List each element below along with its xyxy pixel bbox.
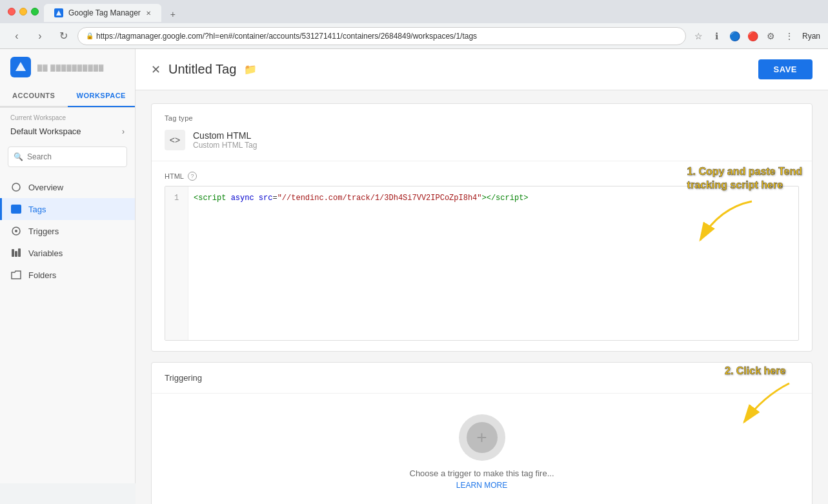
folders-label: Folders <box>28 270 56 280</box>
code-src-val: "//tendinc.com/track/1/3Dh4Si7VV2IPCoZpI… <box>278 194 482 203</box>
workspace-name-row[interactable]: Default Workspace › <box>10 124 125 139</box>
code-attr-async: async <box>231 194 254 203</box>
svg-marker-1 <box>15 62 26 71</box>
tag-type-row[interactable]: <> Custom HTML Custom HTML Tag <box>165 130 799 150</box>
learn-more-link[interactable]: LEARN MORE <box>456 481 507 490</box>
sidebar-item-overview[interactable]: Overview <box>0 176 135 198</box>
search-icon: 🔍 <box>14 152 23 161</box>
code-line-1: <script async src="//tendinc.com/track/1… <box>194 192 793 205</box>
user-name: Ryan <box>802 32 820 41</box>
info-icon[interactable]: ℹ <box>709 28 725 44</box>
extension-icon-3[interactable]: ⚙ <box>763 28 779 44</box>
sidebar: ▓▓ ▓▓▓▓▓▓▓▓▓▓ ACCOUNTS WORKSPACE Current… <box>0 49 136 483</box>
tag-body: Tag type <> Custom HTML Custom HTML Tag <box>136 90 828 504</box>
close-button[interactable]: ✕ <box>151 63 161 77</box>
menu-icon[interactable]: ⋮ <box>782 28 797 44</box>
address-bar: ‹ › ↻ 🔒 https://tagmanager.google.com/?h… <box>0 23 828 49</box>
tag-type-icon: <> <box>165 130 185 150</box>
svg-point-5 <box>15 230 17 232</box>
triggers-icon <box>10 225 22 237</box>
gtm-logo <box>10 57 31 77</box>
html-label-text: HTML <box>165 172 184 180</box>
tag-type-sub: Custom HTML Tag <box>193 141 257 150</box>
svg-point-2 <box>12 183 20 191</box>
add-trigger-button[interactable]: + <box>459 414 505 461</box>
tab-workspace[interactable]: WORKSPACE <box>68 85 136 107</box>
title-bar: Google Tag Manager ✕ + <box>0 0 828 23</box>
tag-header: ✕ Untitled Tag 📁 SAVE <box>136 49 828 90</box>
tab-close-button[interactable]: ✕ <box>146 10 151 17</box>
minimize-traffic-light[interactable] <box>19 8 27 15</box>
svg-marker-0 <box>56 10 61 15</box>
address-right-icons: ☆ ℹ 🔵 🔴 ⚙ ⋮ Ryan <box>691 28 820 44</box>
triggering-body: + Choose a trigger to make this tag fire… <box>152 394 812 504</box>
overview-icon <box>10 181 22 193</box>
tag-type-label: Tag type <box>165 114 799 122</box>
forward-button[interactable]: › <box>31 27 49 45</box>
code-editor[interactable]: 1 <script async src="//tendinc.com/track… <box>165 186 799 341</box>
overview-label: Overview <box>28 183 63 192</box>
main-wrapper: ✕ Untitled Tag 📁 SAVE Tag type <> <box>136 49 828 483</box>
variables-label: Variables <box>28 248 63 258</box>
workspace-label: Current Workspace <box>10 114 125 121</box>
search-input[interactable] <box>27 152 121 161</box>
sidebar-tabs: ACCOUNTS WORKSPACE <box>0 85 135 107</box>
sidebar-item-tags[interactable]: Tags <box>0 198 135 220</box>
tag-type-card: Tag type <> Custom HTML Custom HTML Tag <box>151 103 813 352</box>
tag-type-section: Tag type <> Custom HTML Custom HTML Tag <box>152 104 812 161</box>
close-traffic-light[interactable] <box>8 8 15 15</box>
line-num-1: 1 <box>165 192 188 205</box>
url-text: https://tagmanager.google.com/?hl=en#/co… <box>96 32 477 41</box>
maximize-traffic-light[interactable] <box>31 8 39 15</box>
extension-icon-2[interactable]: 🔴 <box>745 28 761 44</box>
refresh-button[interactable]: ↻ <box>54 27 72 45</box>
svg-rect-7 <box>15 251 17 257</box>
code-attr-src: src <box>259 194 273 203</box>
active-tab[interactable]: Google Tag Manager ✕ <box>44 4 161 22</box>
code-tag-open: <script <box>194 194 226 203</box>
nav-items: Overview Tags Triggers <box>0 171 135 483</box>
code-eq: = <box>272 194 277 203</box>
add-trigger-icon: + <box>476 427 487 448</box>
tags-icon <box>10 203 22 215</box>
tab-favicon <box>54 8 63 17</box>
triggering-header: Triggering <box>152 363 812 394</box>
tab-title: Google Tag Manager <box>68 8 141 17</box>
svg-rect-6 <box>12 249 14 257</box>
folders-icon <box>10 269 22 281</box>
html-label: HTML ? <box>165 172 799 181</box>
sidebar-item-variables[interactable]: Variables <box>0 242 135 264</box>
save-button[interactable]: SAVE <box>758 59 813 79</box>
lock-icon: 🔒 <box>86 32 94 39</box>
tag-title-area: ✕ Untitled Tag 📁 <box>151 62 257 77</box>
html-section: HTML ? 1 <script async src <box>152 161 812 351</box>
tab-accounts[interactable]: ACCOUNTS <box>0 85 68 106</box>
tag-type-name: Custom HTML <box>193 130 257 141</box>
tag-type-info: Custom HTML Custom HTML Tag <box>193 130 257 150</box>
sidebar-header: ▓▓ ▓▓▓▓▓▓▓▓▓▓ ACCOUNTS WORKSPACE <box>0 49 135 108</box>
bookmark-icon[interactable]: ☆ <box>691 28 707 44</box>
back-button[interactable]: ‹ <box>8 27 26 45</box>
workspace-chevron-icon: › <box>122 127 125 136</box>
code-content: <script async src="//tendinc.com/track/1… <box>188 186 798 340</box>
browser-chrome: Google Tag Manager ✕ + ‹ › ↻ 🔒 https://t… <box>0 0 828 49</box>
tags-label: Tags <box>28 205 46 214</box>
help-icon[interactable]: ? <box>188 172 197 181</box>
search-bar: 🔍 <box>8 146 127 167</box>
account-name-text: ▓▓ ▓▓▓▓▓▓▓▓▓▓ <box>37 64 104 71</box>
new-tab-button[interactable]: + <box>164 6 182 22</box>
code-brackets-icon: <> <box>170 135 180 145</box>
workspace-name-text: Default Workspace <box>10 126 81 136</box>
tab-bar: Google Tag Manager ✕ + <box>44 1 820 22</box>
folder-icon[interactable]: 📁 <box>244 63 257 76</box>
triggers-label: Triggers <box>28 227 59 236</box>
sidebar-item-folders[interactable]: Folders <box>0 264 135 286</box>
trigger-empty-text: Choose a trigger to make this tag fire..… <box>410 469 554 478</box>
variables-icon <box>10 247 22 259</box>
extension-icon-1[interactable]: 🔵 <box>727 28 743 44</box>
url-bar[interactable]: 🔒 https://tagmanager.google.com/?hl=en#/… <box>77 27 686 45</box>
code-tag-close: ></script> <box>482 194 529 203</box>
svg-rect-3 <box>11 205 21 214</box>
sidebar-item-triggers[interactable]: Triggers <box>0 220 135 242</box>
svg-rect-8 <box>18 248 21 257</box>
